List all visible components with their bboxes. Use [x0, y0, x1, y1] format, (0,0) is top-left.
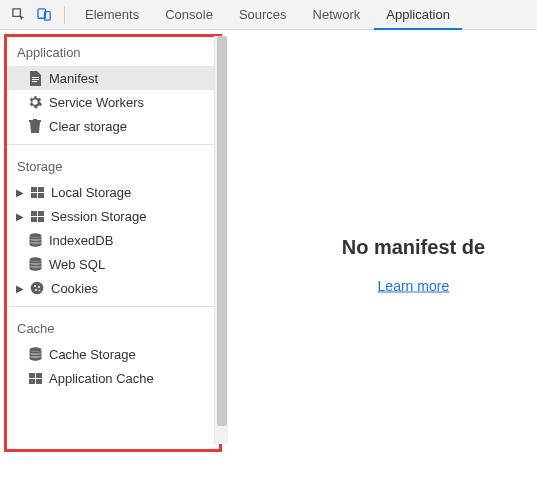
- sidebar-item-label: Manifest: [49, 71, 98, 86]
- svg-point-9: [29, 347, 41, 351]
- devtools-tab-bar: Elements Console Sources Network Applica…: [0, 0, 537, 30]
- sidebar-item-label: Web SQL: [49, 257, 105, 272]
- sidebar-item-label: Clear storage: [49, 119, 127, 134]
- learn-more-link[interactable]: Learn more: [378, 278, 450, 294]
- sidebar-item-cache-storage[interactable]: Cache Storage: [7, 342, 219, 366]
- grid-icon: [29, 211, 45, 222]
- sidebar-item-label: IndexedDB: [49, 233, 113, 248]
- device-toggle-icon[interactable]: [32, 7, 56, 22]
- sidebar-item-clear-storage[interactable]: Clear storage: [7, 114, 219, 138]
- sidebar-wrap: Application Manifest Service Workers Cle…: [0, 30, 228, 500]
- tab-console[interactable]: Console: [153, 0, 225, 30]
- sidebar-item-websql[interactable]: Web SQL: [7, 252, 219, 276]
- svg-point-4: [31, 282, 44, 295]
- database-icon: [27, 347, 43, 361]
- sidebar-item-application-cache[interactable]: Application Cache: [7, 366, 219, 390]
- trash-icon: [27, 119, 43, 133]
- sidebar-item-service-workers[interactable]: Service Workers: [7, 90, 219, 114]
- divider: [7, 144, 219, 145]
- sidebar-scrollbar[interactable]: [214, 36, 228, 444]
- expand-arrow-icon: ▶: [15, 283, 25, 294]
- database-icon: [27, 257, 43, 271]
- empty-state: No manifest de Learn more: [342, 236, 485, 295]
- sidebar-item-indexeddb[interactable]: IndexedDB: [7, 228, 219, 252]
- svg-point-6: [38, 286, 40, 288]
- main-panel: Application Manifest Service Workers Cle…: [0, 30, 537, 500]
- svg-point-5: [34, 285, 36, 287]
- tab-application[interactable]: Application: [374, 0, 462, 30]
- sidebar-item-label: Application Cache: [49, 371, 154, 386]
- separator: [64, 6, 65, 24]
- sidebar-item-session-storage[interactable]: ▶ Session Storage: [7, 204, 219, 228]
- database-icon: [27, 233, 43, 247]
- sidebar-item-label: Session Storage: [51, 209, 146, 224]
- svg-point-2: [29, 233, 41, 237]
- section-cache: Cache: [7, 313, 219, 342]
- application-sidebar: Application Manifest Service Workers Cle…: [4, 34, 222, 452]
- sidebar-item-manifest[interactable]: Manifest: [7, 66, 219, 90]
- expand-arrow-icon: ▶: [15, 187, 25, 198]
- svg-point-3: [29, 257, 41, 261]
- grid-icon: [29, 187, 45, 198]
- cookie-icon: [29, 281, 45, 295]
- scroll-thumb[interactable]: [217, 36, 227, 426]
- tab-elements[interactable]: Elements: [73, 0, 151, 30]
- document-icon: [27, 71, 43, 86]
- content-pane: No manifest de Learn more: [228, 30, 537, 500]
- grid-icon: [27, 373, 43, 384]
- divider: [7, 306, 219, 307]
- sidebar-item-label: Cookies: [51, 281, 98, 296]
- expand-arrow-icon: ▶: [15, 211, 25, 222]
- sidebar-item-cookies[interactable]: ▶ Cookies: [7, 276, 219, 300]
- sidebar-item-local-storage[interactable]: ▶ Local Storage: [7, 180, 219, 204]
- inspect-icon[interactable]: [6, 7, 30, 22]
- sidebar-item-label: Cache Storage: [49, 347, 136, 362]
- empty-heading: No manifest de: [342, 236, 485, 259]
- tab-sources[interactable]: Sources: [227, 0, 299, 30]
- gear-icon: [27, 95, 43, 109]
- sidebar-item-label: Local Storage: [51, 185, 131, 200]
- tab-network[interactable]: Network: [301, 0, 373, 30]
- section-storage: Storage: [7, 151, 219, 180]
- svg-point-7: [35, 289, 37, 291]
- sidebar-item-label: Service Workers: [49, 95, 144, 110]
- svg-point-8: [39, 290, 41, 292]
- section-application: Application: [7, 37, 219, 66]
